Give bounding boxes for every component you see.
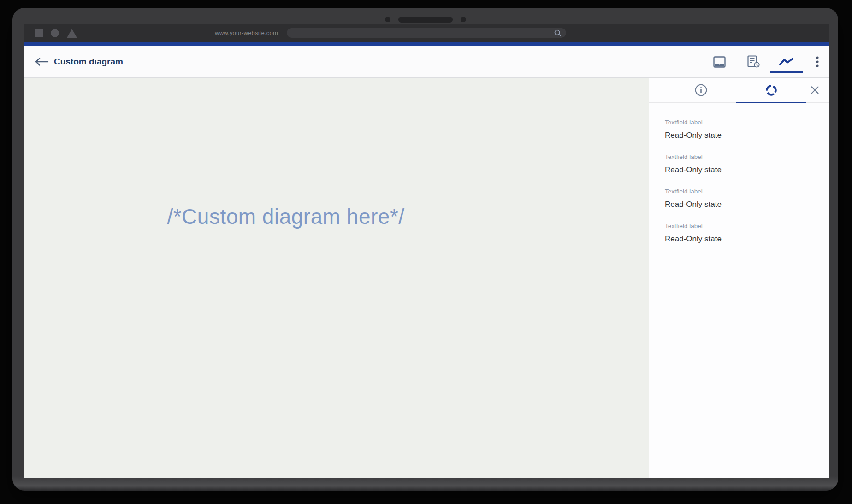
app-header: Custom diagram [24, 46, 829, 78]
page-title: Custom diagram [54, 46, 123, 77]
field-value: Read-Only state [665, 234, 815, 244]
close-icon [811, 86, 819, 94]
trend-chart-button[interactable] [769, 46, 804, 77]
field-value: Read-Only state [665, 131, 815, 140]
diagram-canvas[interactable]: /*Custom diagram here*/ [24, 78, 649, 478]
field-list: Textfield label Read-Only state Textfiel… [649, 103, 829, 257]
image-icon [713, 56, 726, 68]
active-tab-underline [770, 71, 803, 73]
search-icon [554, 29, 562, 37]
report-history-icon [746, 55, 760, 68]
main-row: /*Custom diagram here*/ [24, 78, 829, 478]
donut-chart-icon [765, 84, 778, 97]
field-value: Read-Only state [665, 165, 815, 175]
speaker-bar-icon [398, 17, 453, 23]
more-menu-button[interactable] [805, 46, 829, 77]
search-input[interactable] [287, 28, 566, 38]
field-group: Textfield label Read-Only state [665, 153, 815, 175]
field-group: Textfield label Read-Only state [665, 188, 815, 209]
kebab-menu-icon [816, 56, 819, 68]
sidebar-tabbar [649, 78, 829, 103]
field-label: Textfield label [665, 153, 815, 160]
browser-window: www.your-website.com [24, 24, 829, 478]
field-group: Textfield label Read-Only state [665, 119, 815, 140]
field-label: Textfield label [665, 188, 815, 195]
window-controls [35, 24, 77, 42]
header-actions [708, 46, 829, 77]
accent-bar [24, 42, 829, 46]
camera-dot-icon [461, 17, 466, 22]
window-circle-icon[interactable] [51, 29, 59, 37]
header-divider [805, 52, 805, 71]
tab-info[interactable] [666, 78, 736, 103]
back-arrow-icon [34, 57, 49, 67]
field-label: Textfield label [665, 223, 815, 229]
close-sidebar-button[interactable] [806, 82, 823, 99]
diagram-placeholder-text: /*Custom diagram here*/ [167, 204, 404, 229]
report-history-button[interactable] [742, 46, 764, 77]
browser-chrome: www.your-website.com [24, 24, 829, 42]
window-square-icon[interactable] [35, 29, 43, 37]
image-view-button[interactable] [708, 46, 730, 77]
details-sidebar: Textfield label Read-Only state Textfiel… [649, 78, 829, 478]
field-value: Read-Only state [665, 200, 815, 209]
tab-donut-chart[interactable] [736, 78, 807, 103]
active-tab-underline [736, 102, 807, 103]
camera-dot-icon [385, 17, 390, 22]
back-button[interactable] [32, 53, 51, 71]
info-icon [695, 84, 707, 96]
url-label: www.your-website.com [215, 24, 278, 42]
window-triangle-icon[interactable] [67, 29, 77, 38]
field-label: Textfield label [665, 119, 815, 126]
bezel-decoration [12, 14, 838, 25]
device-frame: www.your-website.com [12, 8, 838, 491]
trend-chart-icon [778, 57, 795, 67]
field-group: Textfield label Read-Only state [665, 223, 815, 244]
